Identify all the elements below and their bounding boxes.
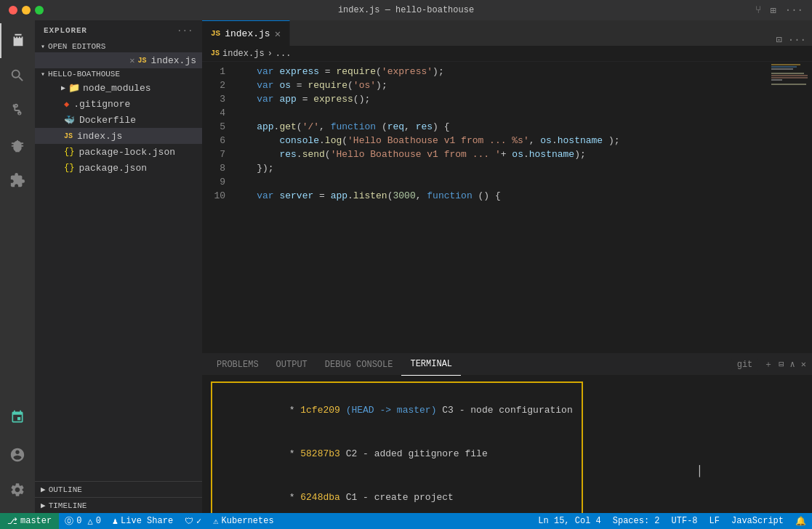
- code-line-1: var express = require('express');: [234, 65, 768, 78]
- explorer-icons[interactable]: ···: [177, 26, 193, 35]
- docker-icon: 🐳: [64, 115, 75, 126]
- outline-section[interactable]: ▶ OUTLINE: [35, 481, 202, 497]
- timeline-section[interactable]: ▶ TIMELINE: [35, 497, 202, 513]
- git-icon: ◆: [64, 99, 69, 110]
- outline-label: OUTLINE: [49, 485, 82, 494]
- breadcrumb-icon: JS: [211, 49, 220, 57]
- code-line-2: var os = require('os');: [234, 78, 768, 92]
- code-line-3: var app = express();: [234, 92, 768, 106]
- search-activity-icon[interactable]: [0, 58, 35, 93]
- code-area: 12345 678910 var express = require('expr…: [202, 62, 812, 353]
- errors-status[interactable]: ⓪ 0 △ 0: [59, 513, 107, 529]
- tab-close-icon[interactable]: ✕: [275, 28, 281, 40]
- tab-terminal[interactable]: TERMINAL: [401, 354, 461, 376]
- terminal-content[interactable]: * 1cfe209 (HEAD -> master) C3 - node con…: [202, 376, 812, 513]
- branch-label: master: [20, 516, 52, 526]
- more-icon[interactable]: ···: [785, 4, 803, 16]
- more-icon[interactable]: ···: [177, 26, 193, 35]
- bell-icon: 🔔: [795, 516, 806, 527]
- minimap: [768, 62, 812, 353]
- feedback-icon[interactable]: 🔔: [789, 513, 812, 529]
- shield-status[interactable]: 🛡 ✓: [179, 513, 207, 529]
- code-line-4: [234, 106, 768, 120]
- language-status[interactable]: JavaScript: [725, 513, 789, 529]
- warnings-label: 0: [96, 516, 101, 526]
- folder-icon: 📁: [68, 82, 80, 94]
- panel-tabs: PROBLEMS OUTPUT DEBUG CONSOLE TERMINAL g…: [202, 354, 812, 376]
- window-title: index.js — hello-boathouse: [338, 5, 474, 15]
- extensions-activity-icon[interactable]: [0, 163, 35, 198]
- close-icon[interactable]: ✕: [129, 55, 134, 66]
- scm-activity-icon[interactable]: [0, 93, 35, 128]
- explorer-activity-icon[interactable]: [0, 23, 35, 58]
- chevron-down-icon: ▾: [41, 70, 45, 78]
- branch-icon: ⎇: [7, 516, 17, 527]
- code-line-6: console.log('Hello Boathouse v1 from ...…: [234, 134, 768, 148]
- tab-debug-console[interactable]: DEBUG CONSOLE: [316, 354, 402, 376]
- js-file-icon: JS: [64, 132, 73, 140]
- cursor-indicator: │: [696, 465, 702, 477]
- settings-icon[interactable]: [0, 472, 35, 507]
- kubernetes-label: Kubernetes: [222, 516, 274, 526]
- panel-actions: git ＋ ⊟ ∧ ✕: [731, 358, 806, 371]
- line-ending-status[interactable]: LF: [704, 513, 725, 529]
- open-editors-section[interactable]: ▾ OPEN EDITORS: [35, 41, 202, 52]
- package-json-file[interactable]: {} package.json: [35, 160, 202, 176]
- chevron-up-icon[interactable]: ∧: [790, 359, 795, 370]
- js-file-icon: JS: [138, 57, 147, 65]
- status-right: Ln 15, Col 4 Spaces: 2 UTF-8 LF JavaScri…: [532, 513, 812, 529]
- debug-activity-icon[interactable]: [0, 128, 35, 163]
- tab-problems[interactable]: PROBLEMS: [208, 354, 268, 376]
- gitignore-label: .gitignore: [73, 99, 130, 110]
- dockerfile-label: Dockerfile: [79, 115, 136, 126]
- node-modules-folder[interactable]: ▶ 📁 node_modules: [35, 80, 202, 96]
- live-share-label: Live Share: [121, 516, 173, 526]
- indexjs-file[interactable]: JS index.js: [35, 128, 202, 144]
- git-asterisk: *: [289, 448, 301, 459]
- layout-icon[interactable]: ⊞: [770, 4, 776, 17]
- live-share-status[interactable]: ♟ Live Share: [107, 513, 179, 529]
- tab-output[interactable]: OUTPUT: [268, 354, 316, 376]
- language-label: JavaScript: [731, 516, 784, 526]
- dockerfile-file[interactable]: 🐳 Dockerfile: [35, 112, 202, 128]
- kubernetes-status[interactable]: ⚠ Kubernetes: [207, 513, 279, 529]
- hello-boathouse-section[interactable]: ▾ HELLO-BOATHOUSE: [35, 68, 202, 80]
- account-icon[interactable]: [0, 437, 35, 472]
- open-editor-filename: index.js: [151, 55, 196, 66]
- breadcrumb-file[interactable]: index.js: [222, 49, 265, 59]
- open-editor-indexjs[interactable]: ✕ JS index.js: [35, 52, 202, 68]
- tab-label: index.js: [225, 28, 270, 39]
- tab-bar-actions: ⊡ ···: [776, 33, 812, 46]
- maximize-button[interactable]: [35, 6, 44, 15]
- code-editor[interactable]: 12345 678910 var express = require('expr…: [202, 62, 768, 353]
- terminal-git-label[interactable]: git: [731, 358, 759, 371]
- branch-status[interactable]: ⎇ master: [0, 513, 59, 529]
- window-controls[interactable]: [9, 6, 44, 15]
- close-button[interactable]: [9, 6, 17, 15]
- code-content[interactable]: var express = require('express'); var os…: [234, 62, 768, 353]
- json-icon: {}: [64, 163, 74, 173]
- code-line-8: });: [234, 161, 768, 175]
- source-control-icon[interactable]: ⑂: [755, 4, 761, 16]
- tab-bar: JS index.js ✕ ⊡ ···: [202, 20, 812, 46]
- line-col-label: Ln 15, Col 4: [538, 516, 600, 526]
- remote-icon[interactable]: [0, 400, 35, 435]
- split-terminal-icon[interactable]: ⊟: [779, 359, 784, 370]
- encoding-status[interactable]: UTF-8: [666, 513, 704, 529]
- line-ending-label: LF: [710, 516, 720, 526]
- close-panel-icon[interactable]: ✕: [801, 359, 806, 370]
- tab-indexjs[interactable]: JS index.js ✕: [202, 20, 290, 46]
- person-icon: ♟: [113, 516, 118, 527]
- gitignore-file[interactable]: ◆ .gitignore: [35, 96, 202, 112]
- more-actions-icon[interactable]: ···: [788, 34, 806, 46]
- minimize-button[interactable]: [22, 6, 31, 15]
- breadcrumb-symbol[interactable]: ...: [276, 49, 292, 59]
- error-icon: ⓪: [65, 515, 73, 528]
- add-terminal-icon[interactable]: ＋: [764, 358, 773, 371]
- line-col-status[interactable]: Ln 15, Col 4: [532, 513, 606, 529]
- line-numbers: 12345 678910: [202, 62, 234, 353]
- package-lock-file[interactable]: {} package-lock.json: [35, 144, 202, 160]
- split-editor-icon[interactable]: ⊡: [776, 33, 781, 46]
- json-icon: {}: [64, 147, 74, 157]
- spaces-status[interactable]: Spaces: 2: [607, 513, 666, 529]
